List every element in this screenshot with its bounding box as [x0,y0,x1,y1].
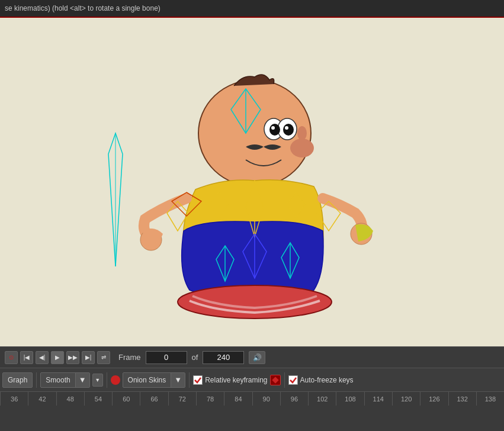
left-bone [108,133,123,266]
onion-skins-dropdown[interactable]: Onion Skins ▼ [123,372,186,388]
ruler-num-60: 60 [112,392,140,406]
svg-marker-26 [216,246,234,281]
auto-freeze-checkbox[interactable] [288,375,298,385]
ruler-num-54: 54 [84,392,112,406]
keyframe-indicator [270,375,281,385]
ruler-num-66: 66 [140,392,168,406]
play-button[interactable]: ▶ [51,351,64,364]
loop-button[interactable]: ⇌ [97,351,110,364]
status-bar: se kinematics) (hold <alt> to rotate a s… [0,0,504,18]
status-text: se kinematics) (hold <alt> to rotate a s… [5,4,160,12]
ruler-num-72: 72 [168,392,196,406]
svg-point-10 [297,126,307,140]
relative-keyframing-label: Relative keyframing [205,376,267,384]
smooth-extra-btn[interactable]: ▼ [92,374,103,387]
ruler-num-114: 114 [364,392,392,406]
ruler-num-126: 126 [420,392,448,406]
ruler-num-132: 132 [448,392,476,406]
relative-keyframing-section: Relative keyframing [193,375,267,385]
onion-skins-label: Onion Skins [123,376,171,384]
svg-marker-18 [287,192,305,219]
record-indicator [111,375,120,385]
svg-marker-19 [317,201,341,231]
auto-freeze-label: Auto-freeze keys [300,376,354,384]
svg-marker-15 [246,181,264,237]
step-back-button[interactable]: ◀| [36,351,49,364]
auto-freeze-section: Auto-freeze keys [288,375,354,385]
ruler-num-84: 84 [224,392,252,406]
svg-marker-28 [243,234,267,278]
frame-input[interactable] [146,351,187,364]
graph-button[interactable]: Graph [2,372,33,388]
ruler-num-78: 78 [196,392,224,406]
svg-point-12 [140,229,162,250]
ruler-num-138: 138 [476,392,504,406]
smooth-dropdown-arrow[interactable]: ▼ [75,373,89,387]
ruler-num-96: 96 [280,392,308,406]
ruler-num-36: 36 [0,392,28,406]
svg-point-5 [269,124,280,136]
ruler-num-102: 102 [308,392,336,406]
ruler-num-48: 48 [56,392,84,406]
playback-bar: ⊙ |◀ ◀| ▶ ▶▶ ▶| ⇌ Frame of 🔊 [0,346,504,368]
svg-rect-11 [237,178,275,195]
svg-point-8 [285,126,288,130]
svg-point-4 [278,118,297,140]
svg-marker-21 [231,89,261,133]
svg-point-13 [351,223,372,245]
svg-point-7 [271,126,275,130]
svg-point-6 [283,124,294,136]
relative-keyframing-checkbox[interactable] [193,375,203,385]
svg-point-2 [198,80,311,186]
sound-button[interactable]: 🔊 [249,351,265,364]
svg-marker-0 [108,133,123,266]
graph-label: Graph [8,376,27,384]
frame-label: Frame [118,353,141,362]
ruler-num-90: 90 [252,392,280,406]
ruler-num-120: 120 [392,392,420,406]
fast-forward-button[interactable]: ▶▶ [66,351,79,364]
svg-marker-20 [167,201,188,231]
bottom-toolbar: Graph Smooth ▼ ▼ Onion Skins ▼ Relative … [0,368,504,391]
total-frames-input[interactable] [203,351,244,364]
ruler-num-108: 108 [336,392,364,406]
onion-skins-arrow[interactable]: ▼ [171,373,185,387]
record-button[interactable]: ⊙ [5,351,18,364]
svg-marker-24 [281,243,299,278]
svg-marker-17 [210,192,228,219]
go-start-button[interactable]: |◀ [20,351,33,364]
smooth-label: Smooth [41,376,75,384]
svg-point-14 [178,285,332,319]
svg-point-9 [290,139,314,157]
svg-marker-23 [172,192,201,216]
smooth-dropdown[interactable]: Smooth ▼ [40,372,89,388]
svg-point-3 [264,118,283,140]
ruler-numbers: 36 42 48 54 60 66 72 78 84 90 96 102 108… [0,392,504,406]
canvas-area [0,18,504,346]
timeline-ruler: 36 42 48 54 60 66 72 78 84 90 96 102 108… [0,391,504,406]
ruler-num-42: 42 [28,392,56,406]
go-end-button[interactable]: ▶| [82,351,95,364]
of-label: of [192,353,198,362]
